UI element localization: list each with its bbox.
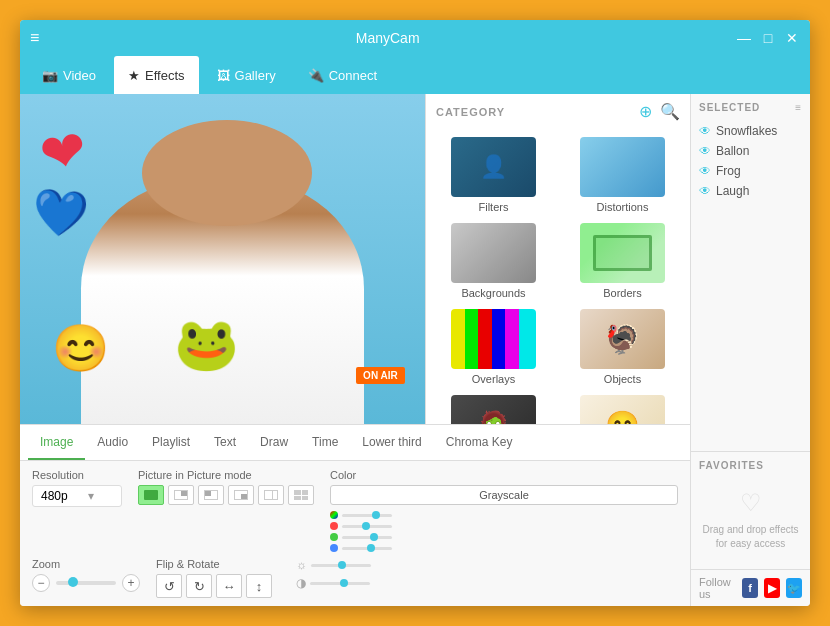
tab-connect-label: Connect — [329, 68, 377, 83]
tab-connect[interactable]: 🔌 Connect — [294, 56, 391, 94]
flip-h-button[interactable]: ↔ — [216, 574, 242, 598]
tab-audio[interactable]: Audio — [85, 425, 140, 460]
multicolor-thumb[interactable] — [372, 511, 380, 519]
multicolor-dot — [330, 511, 338, 519]
resolution-group: Resolution 480p ▾ — [32, 469, 122, 507]
category-filters[interactable]: 👤 Filters — [430, 133, 557, 217]
preview-image: ❤ 💙 🐸 😊 ON AIR — [20, 94, 425, 424]
effects-icon: ★ — [128, 68, 140, 83]
pip-group: Picture in Picture mode — [138, 469, 314, 505]
app-window: ≡ ManyCam — □ ✕ 📷 Video ★ Effects 🖼 Gall… — [20, 20, 810, 606]
distortions-thumb — [580, 137, 665, 197]
zoom-minus-button[interactable]: − — [32, 574, 50, 592]
tab-lower-third[interactable]: Lower third — [350, 425, 433, 460]
overlays-label: Overlays — [472, 373, 515, 385]
add-category-button[interactable]: ⊕ — [639, 102, 652, 121]
panel-menu-icon[interactable]: ≡ — [795, 102, 802, 113]
minimize-button[interactable]: — — [736, 30, 752, 46]
heart-blue: 💙 — [30, 184, 90, 242]
eye-icon-snowflakes[interactable]: 👁 — [699, 124, 711, 138]
pip-options — [138, 485, 314, 505]
zoom-plus-button[interactable]: + — [122, 574, 140, 592]
overlays-thumb — [451, 309, 536, 369]
center-panel: ❤ 💙 🐸 😊 ON AIR 🎥 📡 📷 — [20, 94, 690, 606]
close-button[interactable]: ✕ — [784, 30, 800, 46]
brightness-thumb[interactable] — [338, 561, 346, 569]
contrast-icon: ◑ — [296, 576, 306, 590]
eye-icon-frog[interactable]: 👁 — [699, 164, 711, 178]
heart-outline-icon: ♡ — [740, 489, 762, 517]
selected-frog: 👁 Frog — [699, 161, 802, 181]
category-objects[interactable]: 🦃 Objects — [559, 305, 686, 389]
favorites-empty: ♡ Drag and drop effects for easy access — [699, 479, 802, 561]
category-emoji[interactable]: 😊 Emoji — [559, 391, 686, 424]
tab-gallery[interactable]: 🖼 Gallery — [203, 56, 290, 94]
selected-laugh: 👁 Laugh — [699, 181, 802, 201]
category-borders[interactable]: Borders — [559, 219, 686, 303]
maximize-button[interactable]: □ — [760, 30, 776, 46]
green-slider[interactable] — [342, 536, 392, 539]
gallery-icon: 🖼 — [217, 68, 230, 83]
search-category-button[interactable]: 🔍 — [660, 102, 680, 121]
pip-side-button[interactable] — [258, 485, 284, 505]
tab-chroma-key[interactable]: Chroma Key — [434, 425, 525, 460]
green-thumb[interactable] — [370, 533, 378, 541]
pip-top-left-button[interactable] — [198, 485, 224, 505]
emoji-effect: 😊 — [52, 321, 109, 375]
pip-grid-button[interactable] — [288, 485, 314, 505]
on-air-badge: ON AIR — [356, 367, 405, 384]
selected-label: SELECTED — [699, 102, 760, 113]
flip-v-button[interactable]: ↕ — [246, 574, 272, 598]
category-grid: 👤 Filters Distortions — [426, 129, 690, 424]
selected-frog-label: Frog — [716, 164, 741, 178]
category-actions: ⊕ 🔍 — [639, 102, 680, 121]
contrast-slider[interactable] — [310, 582, 370, 585]
tab-time[interactable]: Time — [300, 425, 350, 460]
red-thumb[interactable] — [362, 522, 370, 530]
selected-header: SELECTED ≡ — [699, 102, 802, 113]
controls-row: Resolution 480p ▾ Picture in Picture mod… — [32, 469, 678, 552]
pip-top-right-button[interactable] — [168, 485, 194, 505]
blue-slider[interactable] — [342, 547, 392, 550]
pip-full-button[interactable] — [138, 485, 164, 505]
selected-laugh-label: Laugh — [716, 184, 749, 198]
contrast-thumb[interactable] — [340, 579, 348, 587]
backgrounds-thumb — [451, 223, 536, 283]
red-slider[interactable] — [342, 525, 392, 528]
twitter-button[interactable]: 🐦 — [786, 578, 802, 598]
tab-image[interactable]: Image — [28, 425, 85, 460]
tab-playlist[interactable]: Playlist — [140, 425, 202, 460]
rotate-right-button[interactable]: ↻ — [186, 574, 212, 598]
zoom-thumb[interactable] — [68, 577, 78, 587]
video-icon: 📷 — [42, 68, 58, 83]
category-distortions[interactable]: Distortions — [559, 133, 686, 217]
multicolor-slider[interactable] — [342, 514, 392, 517]
zoom-row: − + — [32, 574, 140, 592]
menu-icon[interactable]: ≡ — [30, 29, 39, 47]
tab-text[interactable]: Text — [202, 425, 248, 460]
distortions-label: Distortions — [597, 201, 649, 213]
rotate-left-button[interactable]: ↺ — [156, 574, 182, 598]
brightness-slider[interactable] — [311, 564, 371, 567]
filters-thumb: 👤 — [451, 137, 536, 197]
blue-thumb[interactable] — [367, 544, 375, 552]
tab-video[interactable]: 📷 Video — [28, 56, 110, 94]
tab-effects[interactable]: ★ Effects — [114, 56, 199, 94]
eye-icon-ballon[interactable]: 👁 — [699, 144, 711, 158]
category-overlays[interactable]: Overlays — [430, 305, 557, 389]
zoom-slider[interactable] — [56, 581, 116, 585]
eye-icon-laugh[interactable]: 👁 — [699, 184, 711, 198]
category-backgrounds[interactable]: Backgrounds — [430, 219, 557, 303]
category-face[interactable]: 🧟 Faces — [430, 391, 557, 424]
controls-panel: Resolution 480p ▾ Picture in Picture mod… — [20, 460, 690, 606]
tab-draw[interactable]: Draw — [248, 425, 300, 460]
selected-ballon-label: Ballon — [716, 144, 749, 158]
grayscale-button[interactable]: Grayscale — [330, 485, 678, 505]
youtube-button[interactable]: ▶ — [764, 578, 780, 598]
facebook-button[interactable]: f — [742, 578, 758, 598]
selected-panel: SELECTED ≡ 👁 Snowflakes 👁 Ballon 👁 Frog … — [691, 94, 810, 451]
top-area: ❤ 💙 🐸 😊 ON AIR 🎥 📡 📷 — [20, 94, 690, 424]
resolution-select[interactable]: 480p ▾ — [32, 485, 122, 507]
resolution-value: 480p — [41, 489, 68, 503]
pip-bottom-right-button[interactable] — [228, 485, 254, 505]
